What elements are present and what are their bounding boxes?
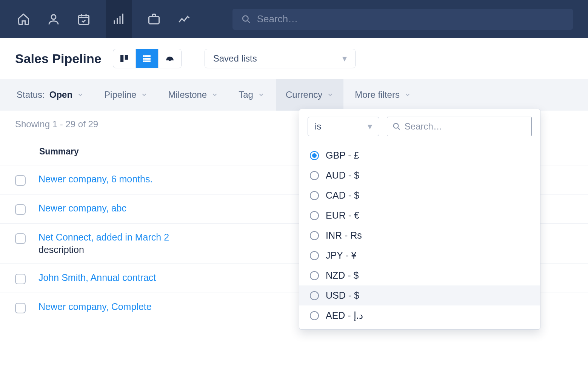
view-list-button[interactable] [136, 49, 159, 68]
currency-option-label: USD - $ [326, 290, 359, 301]
row-summary: Newer company, 6 months. [38, 174, 152, 185]
bar-chart-icon[interactable] [106, 0, 132, 38]
global-search-wrap [232, 9, 573, 30]
saved-lists-label: Saved lists [213, 53, 257, 64]
radio-icon [310, 151, 319, 160]
currency-option[interactable]: JPY - ¥ [299, 245, 540, 265]
svg-point-13 [394, 123, 399, 128]
row-checkbox[interactable] [15, 274, 26, 284]
top-nav [0, 0, 588, 38]
home-icon[interactable] [15, 11, 32, 28]
row-link[interactable]: Newer company, 6 months. [38, 174, 152, 184]
filter-status[interactable]: Status: Open [15, 79, 85, 111]
filter-pipeline[interactable]: Pipeline [103, 79, 149, 111]
filter-more[interactable]: More filters [353, 79, 413, 111]
row-link[interactable]: Newer company, Complete [38, 301, 152, 312]
chevron-down-icon [211, 91, 218, 98]
row-subtext: description [38, 244, 169, 255]
filter-status-value: Open [49, 89, 72, 100]
radio-icon [310, 251, 319, 260]
currency-option[interactable]: GBP - £ [299, 145, 540, 165]
chevron-down-icon [327, 91, 334, 98]
row-link[interactable]: Newer company, abc [38, 203, 126, 213]
svg-rect-11 [146, 61, 151, 62]
person-icon[interactable] [45, 11, 62, 28]
radio-icon [310, 291, 319, 300]
chevron-down-icon [258, 91, 265, 98]
caret-down-icon: ▾ [368, 121, 372, 132]
radio-icon [310, 311, 319, 320]
radio-icon [310, 231, 319, 240]
currency-dropdown-panel: is ▾ GBP - £AUD - $CAD - $EUR - €INR - R… [299, 109, 540, 322]
global-search-input[interactable] [257, 13, 564, 25]
currency-search[interactable] [387, 117, 532, 136]
divider [193, 49, 193, 68]
currency-option-label: AUD - $ [326, 170, 359, 181]
svg-point-12 [169, 60, 171, 61]
filter-milestone[interactable]: Milestone [166, 79, 220, 111]
briefcase-icon[interactable] [146, 11, 162, 28]
row-checkbox[interactable] [15, 204, 26, 215]
currency-option-label: GBP - £ [326, 150, 359, 161]
currency-option[interactable]: EUR - € [299, 205, 540, 225]
svg-rect-4 [121, 55, 123, 62]
radio-icon [310, 271, 319, 280]
currency-operator-select[interactable]: is ▾ [308, 117, 379, 136]
row-checkbox[interactable] [15, 303, 26, 313]
global-search[interactable] [232, 9, 573, 30]
svg-rect-2 [149, 16, 159, 24]
currency-option-label: NZD - $ [326, 270, 359, 281]
svg-rect-1 [79, 15, 89, 24]
currency-option[interactable]: USD - $ [299, 285, 540, 305]
svg-point-0 [51, 15, 56, 19]
svg-point-3 [243, 15, 248, 21]
row-link[interactable]: John Smith, Annual contract [38, 272, 156, 283]
currency-options-list: GBP - £AUD - $CAD - $EUR - €INR - RsJPY … [299, 144, 540, 322]
page-header: Sales Pipeline Saved lists ▾ [0, 38, 588, 79]
chevron-down-icon [77, 91, 84, 98]
filter-tag[interactable]: Tag [237, 79, 266, 111]
row-checkbox[interactable] [15, 233, 26, 244]
currency-search-input[interactable] [405, 121, 526, 132]
currency-option[interactable]: INR - Rs [299, 225, 540, 245]
filter-more-label: More filters [355, 89, 400, 100]
caret-down-icon: ▾ [342, 53, 347, 64]
radio-icon [310, 191, 319, 200]
svg-rect-5 [125, 55, 128, 60]
radio-icon [310, 171, 319, 180]
filter-status-label: Status: [17, 89, 45, 100]
row-summary: Newer company, abc [38, 203, 126, 214]
currency-option-label: INR - Rs [326, 230, 362, 241]
saved-lists-dropdown[interactable]: Saved lists ▾ [205, 49, 356, 68]
filter-currency[interactable]: Currency [276, 79, 343, 111]
view-board-button[interactable] [113, 49, 136, 68]
currency-option-label: AED - د.إ [326, 310, 363, 321]
row-link[interactable]: Net Connect, added in March 2 [38, 232, 169, 242]
filter-tag-label: Tag [239, 89, 253, 100]
currency-option[interactable]: CAD - $ [299, 185, 540, 205]
calendar-check-icon[interactable] [75, 11, 92, 28]
filter-milestone-label: Milestone [168, 89, 207, 100]
view-toggle [113, 49, 182, 68]
row-summary: Net Connect, added in March 2description [38, 232, 169, 255]
page-title: Sales Pipeline [15, 51, 102, 66]
row-summary: Newer company, Complete [38, 301, 152, 312]
row-checkbox[interactable] [15, 175, 26, 186]
svg-rect-6 [143, 56, 145, 57]
trend-line-icon[interactable] [176, 11, 192, 28]
currency-option-label: EUR - € [326, 210, 359, 221]
svg-rect-9 [146, 58, 151, 60]
row-summary: John Smith, Annual contract [38, 272, 156, 283]
filter-currency-label: Currency [286, 89, 322, 100]
currency-option[interactable]: AUD - $ [299, 165, 540, 185]
svg-rect-7 [146, 56, 151, 57]
chevron-down-icon [141, 91, 148, 98]
currency-option[interactable]: NZD - $ [299, 265, 540, 285]
view-dashboard-button[interactable] [159, 49, 181, 68]
radio-icon [310, 211, 319, 220]
currency-option-label: CAD - $ [326, 190, 359, 201]
currency-option[interactable]: AED - د.إ [299, 305, 540, 322]
currency-option-label: JPY - ¥ [326, 250, 357, 261]
svg-rect-10 [143, 61, 145, 62]
chevron-down-icon [404, 91, 411, 98]
